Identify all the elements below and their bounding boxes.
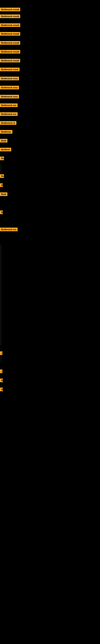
bottleneck-badge-3[interactable]: Bottleneck result — [0, 23, 20, 28]
bottleneck-badge-9[interactable]: Bottleneck resu — [0, 77, 19, 81]
bottleneck-badge-5[interactable]: Bottleneck result — [0, 41, 20, 46]
bottleneck-badge-24[interactable]: | — [0, 352, 2, 356]
bottleneck-badge-10[interactable]: Bottleneck resu — [0, 86, 19, 90]
bottleneck-badge-16[interactable]: Bottl — [0, 139, 7, 143]
bottleneck-badge-11[interactable]: Bottleneck resu — [0, 95, 19, 99]
bottleneck-badge-19[interactable]: Bo — [0, 174, 4, 179]
bottleneck-badge-6[interactable]: Bottleneck result — [0, 50, 20, 54]
bottleneck-badge-25[interactable]: | — [0, 370, 2, 374]
vertical-line-0 — [1, 164, 1, 172]
bottleneck-badge-4[interactable]: Bottleneck result — [0, 32, 20, 36]
bottleneck-badge-20[interactable]: B — [0, 183, 3, 188]
bottleneck-badge-22[interactable]: B — [0, 210, 3, 215]
bottleneck-badge-23[interactable]: Bottleneck res — [0, 228, 18, 232]
bottleneck-badge-21[interactable]: Bottl — [0, 192, 7, 197]
vertical-line-1 — [1, 245, 1, 345]
site-title — [0, 0, 100, 3]
bottleneck-badge-13[interactable]: Bottleneck res — [0, 112, 18, 117]
bottleneck-badge-15[interactable]: Bottlenec — [0, 130, 12, 134]
bottleneck-badge-1[interactable]: Bottleneck result — [0, 8, 20, 12]
vertical-line-2 — [1, 358, 1, 362]
bottleneck-badge-8[interactable]: Bottleneck resul — [0, 68, 20, 72]
bottleneck-badge-2[interactable]: Bottleneck result — [0, 14, 20, 19]
bottleneck-badge-26[interactable]: B — [0, 378, 3, 383]
bottleneck-badge-27[interactable]: B — [0, 388, 3, 392]
bottleneck-badge-14[interactable]: Bottleneck re — [0, 121, 16, 126]
bottleneck-badge-17[interactable]: Bottlene — [0, 148, 11, 152]
bottleneck-badge-18[interactable]: Bo — [0, 156, 4, 161]
bottleneck-badge-7[interactable]: Bottleneck result — [0, 59, 20, 63]
bottleneck-badge-12[interactable]: Bottleneck res — [0, 104, 18, 108]
